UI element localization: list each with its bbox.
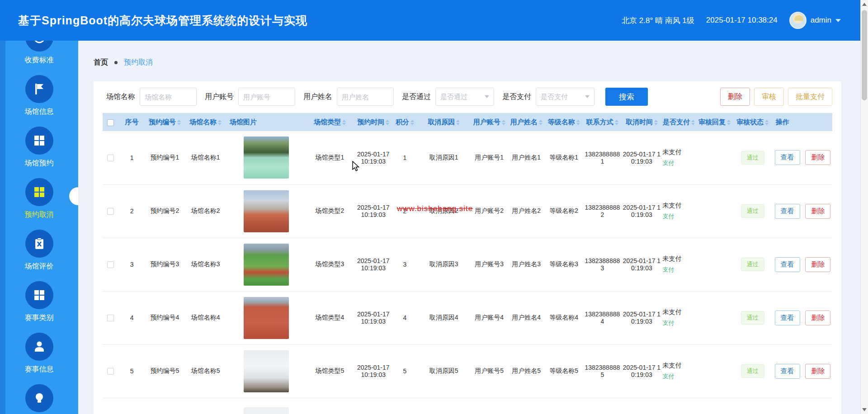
col-cancel-time[interactable]: 取消时间	[622, 113, 661, 131]
scroll-down-icon[interactable]	[862, 408, 867, 411]
cell-user-name: 用户姓名5	[508, 344, 545, 398]
col-user-account[interactable]: 用户账号	[471, 113, 508, 131]
sort-icon	[539, 120, 542, 125]
cell-booking-no: 预约编号2	[145, 184, 184, 238]
view-button[interactable]: 查看	[775, 310, 800, 325]
grid-icon	[25, 127, 53, 155]
view-button[interactable]: 查看	[775, 204, 800, 219]
status-badge: 通过	[741, 151, 764, 165]
col-pay-status[interactable]: 是否支付	[662, 113, 696, 131]
cell-user-name: 用户姓名2	[508, 184, 545, 238]
venue-photo	[244, 407, 289, 414]
grid-icon	[25, 178, 53, 206]
delete-button[interactable]: 删除	[720, 88, 750, 106]
user-menu[interactable]: admin	[789, 12, 841, 29]
breadcrumb-current[interactable]: 预约取消	[124, 58, 153, 67]
venue-photo[interactable]	[244, 350, 289, 392]
sort-icon	[456, 120, 460, 125]
view-button[interactable]: 查看	[775, 257, 800, 272]
pay-link[interactable]: 支付	[663, 159, 695, 167]
sidebar-item-预约取消[interactable]: 预约取消	[0, 178, 78, 230]
pay-link[interactable]: 支付	[663, 212, 695, 221]
cell-points: 4	[393, 291, 417, 344]
row-checkbox[interactable]	[107, 155, 114, 161]
scrollbar-thumb[interactable]	[862, 10, 867, 100]
review-button[interactable]: 审核	[754, 88, 784, 106]
search-button[interactable]: 搜索	[605, 88, 648, 106]
cell-cancel-time: 2025-01-17 10:19:03	[622, 184, 661, 238]
sidebar-item-label: 预约取消	[25, 210, 54, 220]
cell-index: 2	[118, 184, 145, 238]
col-index[interactable]: 序号	[118, 113, 145, 131]
row-delete-button[interactable]: 删除	[805, 364, 830, 379]
view-button[interactable]: 查看	[775, 364, 800, 379]
page-scrollbar[interactable]	[860, 0, 868, 414]
batch-pay-button[interactable]: 批量支付	[788, 88, 832, 106]
sidebar-item-bottom[interactable]	[0, 384, 78, 414]
status-badge: 通过	[741, 204, 764, 218]
row-delete-button[interactable]: 删除	[805, 310, 830, 325]
col-points[interactable]: 积分	[393, 113, 417, 131]
breadcrumb-home[interactable]: 首页	[94, 58, 108, 67]
scroll-up-icon[interactable]	[862, 3, 867, 6]
row-delete-button[interactable]: 删除	[805, 150, 830, 165]
main-content: 首页 预约取消 场馆名称 用户账号 用户姓名 是否通过 是否通过 是否支付 是否…	[78, 41, 860, 414]
col-contact[interactable]: 联系方式	[583, 113, 622, 131]
pay-link[interactable]: 支付	[663, 266, 695, 274]
row-checkbox[interactable]	[107, 208, 114, 215]
sidebar-item-场馆评价[interactable]: 场馆评价	[0, 230, 78, 281]
chevron-down-icon	[585, 95, 590, 98]
sidebar-item-场馆信息[interactable]: 场馆信息	[0, 75, 78, 127]
row-delete-button[interactable]: 删除	[805, 257, 830, 272]
chevron-down-icon	[835, 19, 841, 22]
svg-text:¥: ¥	[37, 41, 41, 41]
paid-select[interactable]: 是否支付	[536, 88, 594, 106]
mouse-cursor	[352, 161, 360, 172]
cell-cancel-reason: 取消原因4	[417, 291, 471, 344]
cell-user-account: 用户账号4	[471, 291, 508, 344]
col-booking-time[interactable]: 预约时间	[354, 113, 393, 131]
sidebar-item-label: 场馆评价	[25, 262, 54, 271]
sidebar-item-label: 场馆预约	[25, 159, 54, 168]
cell-venue-type: 场馆类型2	[306, 184, 354, 238]
col-level-name[interactable]: 等级名称	[545, 113, 583, 131]
venue-photo[interactable]	[244, 136, 289, 179]
cell-cancel-time: 2025-01-17 10:19:03	[622, 291, 661, 344]
row-checkbox[interactable]	[107, 261, 114, 268]
col-user-name[interactable]: 用户姓名	[508, 113, 545, 131]
table-row: 1 预约编号1 场馆名称1 场馆类型1 2025-01-17 10:19:03 …	[103, 131, 832, 184]
row-delete-button[interactable]: 删除	[805, 204, 830, 219]
approved-select[interactable]: 是否通过	[435, 88, 494, 106]
sort-icon	[218, 120, 222, 125]
col-cancel-reason[interactable]: 取消原因	[417, 113, 471, 131]
col-review-status[interactable]: 审核状态	[733, 113, 772, 131]
venue-photo[interactable]	[244, 244, 289, 286]
sidebar-list: ¥ 收费标准 场馆信息 场馆预约 预约取消 场馆评价 赛事类别 赛事信息	[0, 41, 78, 414]
cell-contact: 13823888882	[583, 184, 622, 238]
row-checkbox[interactable]	[107, 315, 114, 321]
col-review-reply[interactable]: 审核回复	[696, 113, 733, 131]
venue-name-input[interactable]	[140, 88, 197, 106]
col-venue-name[interactable]: 场馆名称	[184, 113, 226, 131]
venue-name-label: 场馆名称	[106, 92, 135, 102]
col-venue-type[interactable]: 场馆类型	[306, 113, 354, 131]
pay-link[interactable]: 支付	[663, 372, 695, 381]
sidebar-item-收费标准[interactable]: ¥ 收费标准	[0, 41, 78, 75]
pay-link[interactable]: 支付	[663, 319, 695, 327]
venue-photo[interactable]	[244, 297, 289, 339]
sidebar-item-赛事信息[interactable]: 赛事信息	[0, 333, 78, 384]
select-all-checkbox[interactable]	[107, 119, 114, 126]
cell-review-reply	[696, 291, 733, 344]
venue-photo[interactable]	[244, 190, 289, 232]
user-account-input[interactable]	[238, 88, 295, 106]
sidebar-item-场馆预约[interactable]: 场馆预约	[0, 127, 78, 178]
cell-user-account: 用户账号1	[471, 131, 508, 184]
sidebar-item-赛事类别[interactable]: 赛事类别	[0, 281, 78, 333]
cell-level-name: 等级名称1	[545, 131, 583, 184]
user-name-input[interactable]	[337, 88, 394, 106]
col-booking-no[interactable]: 预约编号	[145, 113, 184, 131]
avatar[interactable]	[789, 12, 807, 29]
row-checkbox[interactable]	[107, 368, 114, 375]
cell-venue-name: 场馆名称1	[184, 131, 226, 184]
view-button[interactable]: 查看	[775, 150, 800, 165]
